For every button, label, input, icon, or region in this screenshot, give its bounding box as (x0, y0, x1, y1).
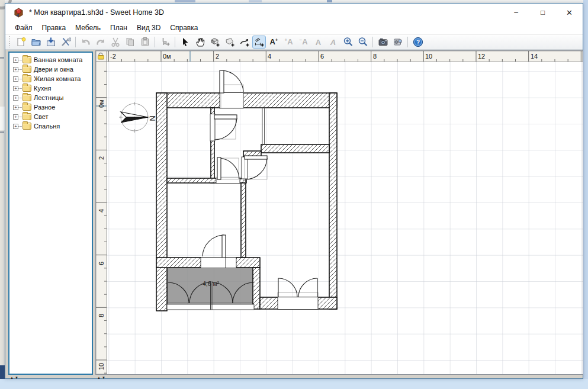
tree-item-bedroom[interactable]: + Спальня (9, 121, 92, 131)
paste-button[interactable] (138, 36, 152, 49)
wall-plus-icon (210, 37, 220, 47)
cursor-arrow-icon (180, 37, 191, 47)
zoom-out-button[interactable] (356, 36, 369, 49)
tree-item-bathroom[interactable]: + Ванная комната (9, 55, 92, 65)
zoom-in-button[interactable] (341, 36, 355, 49)
toolbar-grip[interactable] (8, 36, 12, 48)
toolbar-separator (407, 37, 408, 47)
category-folder-icon (23, 104, 31, 111)
create-video-button[interactable] (391, 36, 404, 49)
room-plus-icon (224, 37, 235, 47)
menu-3d-view[interactable]: Вид 3D (132, 22, 165, 34)
toggle-italic-button[interactable]: A (326, 36, 340, 49)
new-document-icon (16, 37, 27, 47)
expander-icon[interactable]: + (13, 124, 18, 129)
tools-icon (60, 37, 71, 47)
create-photo-button[interactable] (376, 36, 390, 49)
opening-window-right (278, 297, 318, 310)
plan-splitter-arrows[interactable]: ▲▼ (97, 376, 107, 380)
expander-icon[interactable]: + (13, 86, 18, 91)
undo-button[interactable] (79, 36, 92, 49)
add-text-icon: A+ (269, 38, 278, 46)
expander-icon[interactable]: + (13, 57, 18, 63)
svg-text:4: 4 (268, 53, 271, 60)
expander-icon[interactable]: + (13, 76, 18, 82)
create-walls-tool-button[interactable] (208, 36, 221, 49)
menu-file[interactable]: Файл (10, 22, 37, 34)
menu-help[interactable]: Справка (165, 22, 203, 34)
catalog-splitter-arrows[interactable]: ▲▼ (10, 376, 20, 380)
select-tool-button[interactable] (178, 36, 192, 49)
svg-text:12: 12 (478, 53, 485, 60)
background-deco (175, 0, 195, 2)
close-button[interactable]: ✕ (556, 4, 583, 21)
category-folder-icon (23, 56, 31, 63)
help-button[interactable]: ? (411, 36, 425, 49)
svg-text:6: 6 (320, 53, 324, 60)
create-dimensions-tool-button[interactable] (252, 36, 266, 49)
svg-text:0м: 0м (163, 53, 171, 60)
expander-icon[interactable]: + (13, 95, 18, 101)
zoom-in-icon (343, 37, 354, 47)
wall-upper-right-bottom (261, 144, 329, 153)
svg-text:10: 10 (98, 363, 105, 370)
minimize-button[interactable]: – (503, 4, 529, 21)
tree-item-doors-windows[interactable]: + Двери и окна (9, 65, 92, 74)
tree-item-lights[interactable]: + Свет (9, 112, 92, 121)
tree-item-kitchen[interactable]: + Кухня (9, 83, 92, 93)
toggle-bold-button[interactable]: A (311, 36, 325, 49)
redo-icon (95, 37, 106, 47)
tree-item-miscellaneous[interactable]: + Разное (9, 102, 92, 112)
dimension-plus-icon (254, 37, 265, 47)
category-folder-icon (23, 75, 31, 82)
vertical-ruler: 0м 2 4 6 8 10 (96, 62, 107, 374)
open-folder-icon (31, 37, 41, 47)
open-home-button[interactable] (29, 36, 43, 49)
category-folder-icon (23, 66, 31, 73)
horizontal-ruler: -2 0м 2 4 6 8 10 12 14 (107, 51, 583, 62)
cut-button[interactable] (108, 36, 122, 49)
preferences-button[interactable] (59, 36, 72, 49)
increase-text-size-button[interactable]: +A (282, 36, 295, 49)
background-deco (249, 0, 262, 2)
maximize-button[interactable]: □ (529, 4, 556, 21)
ruler-corner[interactable] (96, 51, 107, 62)
svg-text:14: 14 (531, 53, 538, 60)
titlebar[interactable]: * Моя квартира1.sh3d - Sweet Home 3D – □… (5, 4, 583, 21)
content-area: + Ванная комната + Двери и окна + Жилая … (5, 50, 583, 378)
pan-tool-button[interactable] (193, 36, 207, 49)
plan-canvas[interactable]: N 4,6 м² -2 0м 2 4 6 8 (96, 51, 583, 374)
app-logo-icon (14, 8, 24, 18)
plan-panel[interactable]: N 4,6 м² -2 0м 2 4 6 8 (95, 50, 583, 375)
tree-item-living-room[interactable]: + Жилая комната (9, 74, 92, 83)
plan-grid (107, 62, 583, 374)
compass-north-letter: N (148, 115, 157, 121)
copy-button[interactable] (123, 36, 137, 49)
expander-icon[interactable]: + (13, 114, 18, 120)
create-polylines-tool-button[interactable] (237, 36, 251, 49)
desktop-right-strip (583, 0, 588, 389)
furniture-catalog-panel[interactable]: + Ванная комната + Двери и окна + Жилая … (8, 52, 93, 375)
save-home-button[interactable] (44, 36, 57, 49)
menu-plan[interactable]: План (105, 22, 132, 34)
svg-text:6: 6 (98, 262, 105, 265)
menu-furniture[interactable]: Мебель (70, 22, 105, 34)
create-rooms-tool-button[interactable] (223, 36, 236, 49)
new-home-button[interactable] (14, 36, 28, 49)
polyline-plus-icon (239, 37, 250, 47)
svg-text:8: 8 (98, 314, 105, 317)
expander-icon[interactable]: + (13, 67, 18, 72)
wall-kitchen-right (241, 183, 246, 258)
chair-plus-icon (160, 37, 171, 47)
tree-item-staircases[interactable]: + Лестницы (9, 93, 92, 102)
add-furniture-button[interactable] (158, 36, 172, 49)
menu-edit[interactable]: Правка (37, 22, 71, 34)
svg-text:2: 2 (98, 156, 105, 160)
window-title: * Моя квартира1.sh3d - Sweet Home 3D (29, 8, 503, 17)
expander-icon[interactable]: + (13, 105, 18, 110)
add-texts-tool-button[interactable]: A+ (267, 36, 281, 49)
background-deco (327, 0, 332, 2)
decrease-text-size-button[interactable]: −A (297, 36, 310, 49)
room-area-label: 4,6 м² (203, 280, 220, 287)
redo-button[interactable] (94, 36, 107, 49)
